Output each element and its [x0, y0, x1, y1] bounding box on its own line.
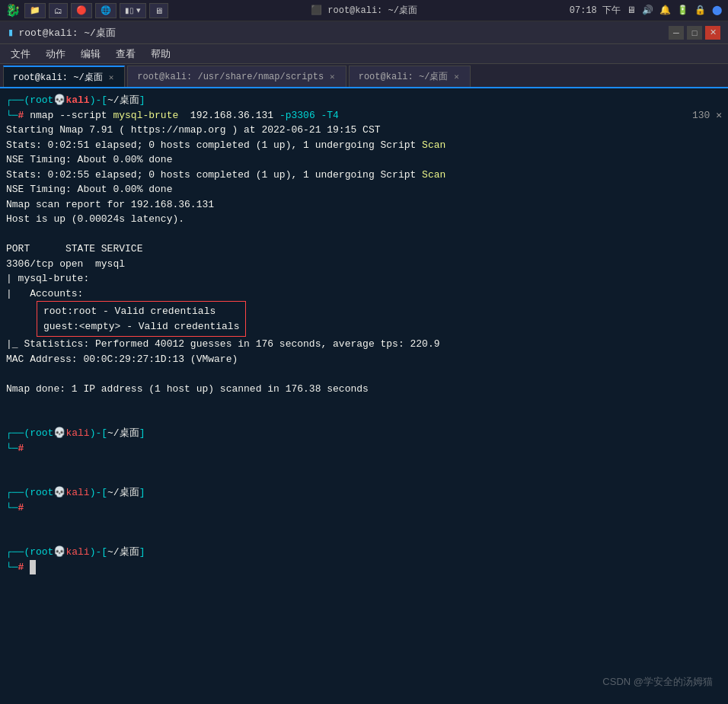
- prompt-open-paren: ┌──(: [6, 94, 30, 106]
- window-controls[interactable]: ─ □ ✕: [669, 26, 720, 40]
- blank-5: [6, 456, 722, 471]
- tab-label-0: root@kali: ~/桌面: [13, 71, 103, 84]
- watermark: CSDN @学安全的汤姆猫: [602, 675, 713, 689]
- output-nmap-scan-report: Nmap scan report for 192.168.36.131: [6, 197, 722, 213]
- prompt-hash-1: #: [18, 110, 30, 121]
- menu-action[interactable]: 动作: [40, 46, 72, 62]
- prompt-close-paren: )-[: [90, 94, 107, 106]
- prompt-line-2a: ┌──(root💀kali)-[~/桌面]: [6, 426, 722, 441]
- tab-close-0[interactable]: ✕: [107, 72, 116, 83]
- menu-edit[interactable]: 编辑: [75, 46, 107, 62]
- system-bar-right: 07:18 下午 🖥 🔊 🔔 🔋 🔒 ⬤: [570, 4, 722, 17]
- blank-2: [6, 366, 722, 382]
- taskbar-red-icon-btn[interactable]: 🔴: [71, 3, 92, 18]
- nmap-script-name: mysql-brute: [113, 110, 178, 121]
- monitor-icon: 🖥: [155, 6, 163, 15]
- minimize-button[interactable]: ─: [669, 26, 684, 40]
- tab-label-2: root@kali: ~/桌面: [359, 70, 449, 83]
- dropdown-arrow-icon: ▾: [136, 5, 141, 15]
- title-bar: ▮ root@kali: ~/桌面 ─ □ ✕: [0, 21, 728, 44]
- nmap-ip: 192.168.36.131: [178, 110, 279, 121]
- maximize-button[interactable]: □: [687, 26, 702, 40]
- prompt-line-3b: └─#: [6, 501, 722, 516]
- taskbar-terminal-dropdown-btn[interactable]: ▮▯ ▾: [120, 3, 146, 18]
- taskbar-globe-btn[interactable]: 🌐: [95, 3, 117, 18]
- tab-close-2[interactable]: ✕: [452, 71, 461, 82]
- window-title: root@kali: ~/桌面: [18, 26, 115, 40]
- tab-label-1: root@kali: /usr/share/nmap/scripts: [137, 72, 324, 82]
- blank-1: [6, 227, 722, 242]
- menu-help[interactable]: 帮助: [145, 46, 177, 62]
- blank-6: [6, 471, 722, 486]
- cred-root: root:root - Valid credentials: [43, 304, 239, 319]
- blank-8: [6, 530, 722, 546]
- battery-icon: 🔋: [677, 5, 688, 16]
- system-bar: 🐉 📁 🗂 🔴 🌐 ▮▯ ▾ 🖥 ⬛ root@kali: ~/桌面: [0, 0, 728, 21]
- terminal-title-icon: ▮: [8, 26, 14, 39]
- system-bar-left: 🐉 📁 🗂 🔴 🌐 ▮▯ ▾ 🖥: [6, 3, 168, 18]
- files-icon: 📁: [30, 5, 40, 15]
- output-3306: 3306/tcp open mysql: [6, 257, 722, 272]
- tab-1[interactable]: root@kali: /usr/share/nmap/scripts ✕: [127, 66, 346, 87]
- prompt-l-corner: └─: [6, 110, 18, 121]
- prompt-bracket-close: ]: [139, 94, 145, 106]
- output-mysql-brute: | mysql-brute:: [6, 271, 722, 286]
- close-button[interactable]: ✕: [705, 26, 720, 40]
- taskbar-folder-btn[interactable]: 🗂: [49, 3, 68, 18]
- chrome-icon: ⬤: [712, 5, 722, 16]
- nmap-port-flag: -p3306: [279, 110, 315, 121]
- folder-icon: 🗂: [54, 6, 62, 15]
- nmap-cmd: nmap --script: [30, 110, 113, 121]
- output-stats1: Stats: 0:02:51 elapsed; 0 hosts complete…: [6, 138, 722, 153]
- tab-2[interactable]: root@kali: ~/桌面 ✕: [349, 66, 471, 87]
- taskbar: 📁 🗂 🔴 🌐 ▮▯ ▾ 🖥: [24, 3, 168, 18]
- prompt-line-4a: ┌──(root💀kali)-[~/桌面]: [6, 545, 722, 560]
- taskbar-files-btn[interactable]: 📁: [24, 3, 46, 18]
- blank-7: [6, 515, 722, 530]
- prompt-line-1: ┌──(root💀kali)-[~/桌面]: [6, 93, 722, 108]
- prompt-line-3a: ┌──(root💀kali)-[~/桌面]: [6, 485, 722, 501]
- menu-file[interactable]: 文件: [5, 46, 37, 62]
- nmap-space: [315, 110, 321, 121]
- lock-icon: 🔒: [694, 5, 706, 16]
- taskbar-monitor-btn[interactable]: 🖥: [149, 3, 168, 18]
- scan-word-1: Scan: [422, 139, 445, 151]
- prompt-user: root: [30, 94, 53, 106]
- system-bar-title: ⬛ root@kali: ~/桌面: [311, 4, 417, 17]
- credentials-box: root:root - Valid credentials guest:<emp…: [37, 301, 246, 337]
- clock: 07:18 下午: [570, 4, 621, 17]
- output-stats2: Stats: 0:02:55 elapsed; 0 hosts complete…: [6, 168, 722, 183]
- prompt-line-4b: └─#: [6, 560, 722, 575]
- output-nse1: NSE Timing: About 0.00% done: [6, 152, 722, 168]
- tab-close-1[interactable]: ✕: [328, 71, 337, 82]
- volume-icon: 🔊: [642, 5, 653, 16]
- cred-guest: guest:<empty> - Valid credentials: [43, 319, 239, 334]
- output-starting: Starting Nmap 7.91 ( https://nmap.org ) …: [6, 123, 722, 138]
- prompt-dir-1: ~/桌面: [107, 94, 139, 106]
- shield-icon: 🔴: [76, 5, 87, 15]
- terminal-body[interactable]: ┌──(root💀kali)-[~/桌面] └─# nmap --script …: [0, 88, 728, 704]
- kali-dragon-icon: 🐉: [6, 4, 20, 18]
- output-accounts: | Accounts:: [6, 286, 722, 302]
- prompt-host: kali: [65, 94, 89, 106]
- cmd-number: 130 ✕: [692, 108, 722, 123]
- output-host-up: Host is up (0.00024s latency).: [6, 212, 722, 227]
- blank-3: [6, 396, 722, 411]
- prompt-line-2b: └─#: [6, 441, 722, 456]
- globe-icon: 🌐: [101, 5, 111, 15]
- nmap-timing: -T4: [321, 110, 339, 121]
- tab-0[interactable]: root@kali: ~/桌面 ✕: [3, 66, 125, 87]
- menu-bar: 文件 动作 编辑 查看 帮助: [0, 44, 728, 64]
- blank-4: [6, 411, 722, 427]
- monitor-icon-sys: 🖥: [627, 5, 636, 16]
- menu-view[interactable]: 查看: [110, 46, 142, 62]
- output-statistics: |_ Statistics: Performed 40012 guesses i…: [6, 337, 722, 352]
- output-nse2: NSE Timing: About 0.00% done: [6, 182, 722, 197]
- output-nmap-done: Nmap done: 1 IP address (1 host up) scan…: [6, 382, 722, 397]
- terminal-icon: ▮▯: [125, 6, 134, 14]
- tab-bar: root@kali: ~/桌面 ✕ root@kali: /usr/share/…: [0, 64, 728, 88]
- cursor: [30, 560, 36, 575]
- notification-icon: 🔔: [659, 5, 671, 16]
- title-bar-left: ▮ root@kali: ~/桌面: [8, 26, 116, 40]
- prompt-skull: 💀: [53, 94, 65, 106]
